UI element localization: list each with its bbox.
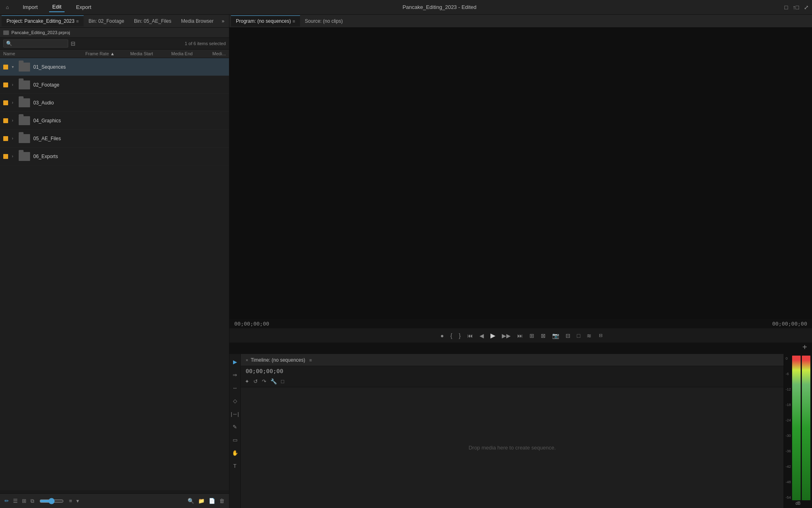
program-monitor: 00;00;00;00 00;00;00;00 ● { } ⏮ ◀ ▶ ▶▶ ⏭…	[229, 28, 812, 354]
play-btn[interactable]: ▶	[489, 331, 497, 340]
list-view-btn[interactable]: ☰	[12, 497, 19, 505]
program-monitor-menu-icon[interactable]: ≡	[292, 19, 295, 24]
top-right-icons: □ ↑□ ⤢	[784, 4, 809, 11]
new-item-btn[interactable]: 📄	[207, 497, 216, 505]
lift-btn[interactable]: ⊟	[564, 332, 572, 340]
timeline-menu-icon[interactable]: ≡	[309, 358, 312, 363]
tab-expand-icon[interactable]: »	[218, 18, 228, 24]
home-icon[interactable]: ⌂	[3, 3, 11, 11]
zoom-slider-wrap	[39, 498, 64, 504]
slip-tool-btn[interactable]: |↔|	[231, 409, 240, 418]
meter-bar-right	[802, 356, 810, 500]
drag-audio-btn[interactable]: ⊟	[599, 333, 603, 338]
meter-bar-left	[792, 356, 801, 500]
search-input[interactable]	[14, 41, 65, 46]
layers-btn[interactable]: ⧉	[29, 497, 35, 505]
timeline-tool-sidebar: ▶ ⇒ ↔ ◇ |↔| ✎ ▭ ✋ T	[229, 354, 241, 508]
tab-bin-footage[interactable]: Bin: 02_Footage	[84, 16, 129, 26]
timeline-settings-btn[interactable]: 🔧	[270, 378, 278, 385]
timeline-content[interactable]: Drop media here to create sequence.	[241, 387, 784, 508]
project-folder-icon	[3, 30, 9, 35]
col-header-name[interactable]: Name	[3, 51, 85, 56]
settings-btn[interactable]: ≋	[585, 332, 593, 340]
new-bin-btn[interactable]: 📁	[197, 497, 206, 505]
search-bar: 🔍 ⊟ 1 of 6 items selected	[0, 38, 229, 50]
pencil-tool-btn[interactable]: ✏	[3, 497, 10, 505]
audio-meter-display: 0 -6 -12 -18 -24 -30 -36 -42 -48 -54	[786, 356, 810, 500]
sort-btn[interactable]: ▾	[75, 497, 80, 505]
tab-program-monitor[interactable]: Program: (no sequences) ≡	[231, 15, 300, 26]
list-item[interactable]: › 03_Audio	[0, 94, 229, 112]
left-panel: Project: Pancake_Editing_2023 ≡ Bin: 02_…	[0, 15, 229, 508]
timeline-close-icon[interactable]: ×	[246, 358, 248, 363]
share-icon[interactable]: ↑□	[793, 4, 799, 11]
monitor-timecodes: 00;00;00;00 00;00;00;00	[229, 319, 812, 328]
folder-name: 02_Footage	[33, 82, 59, 88]
export-frame-btn[interactable]: 📷	[551, 332, 561, 340]
step-forward-btn[interactable]: ▶▶	[500, 332, 512, 340]
left-bottom-bar: ✏ ☰ ⊞ ⧉ ≡ ▾ 🔍 📁 📄 🗑	[0, 493, 229, 508]
add-icon[interactable]: +	[802, 343, 807, 352]
menu-export[interactable]: Export	[73, 2, 95, 12]
right-panel: Program: (no sequences) ≡ Source: (no cl…	[229, 15, 812, 508]
folder-icon	[19, 63, 30, 72]
chevron-right-icon: ›	[10, 100, 15, 106]
go-to-in-btn[interactable]: ⏮	[466, 332, 475, 340]
insert-btn[interactable]: ⊞	[528, 332, 536, 340]
col-header-media-end[interactable]: Media End	[171, 51, 212, 56]
panel-search-btn[interactable]: 🔍	[186, 497, 195, 505]
fullscreen-icon[interactable]: ⤢	[804, 4, 809, 11]
selection-tool-btn[interactable]: ▶	[231, 357, 240, 366]
list-options-btn[interactable]: ≡	[68, 497, 73, 505]
monitor-video-area	[229, 28, 812, 319]
tab-project[interactable]: Project: Pancake_Editing_2023 ≡	[2, 15, 84, 26]
delete-btn[interactable]: 🗑	[218, 497, 226, 505]
overwrite-btn[interactable]: ⊠	[539, 332, 547, 340]
col-header-media-start[interactable]: Media Start	[130, 51, 171, 56]
chevron-right-icon: ›	[10, 118, 15, 124]
project-filename: Pancake_Editing_2023.prproj	[11, 30, 70, 35]
ripple-edit-tool-btn[interactable]: ↔	[231, 383, 240, 392]
mark-out-btn[interactable]: }	[457, 332, 462, 340]
list-item[interactable]: › 04_Graphics	[0, 112, 229, 130]
zoom-slider[interactable]	[39, 498, 64, 504]
step-back-btn[interactable]: ◀	[478, 332, 486, 340]
linked-selection-btn[interactable]: ↺	[253, 378, 259, 385]
add-marker-btn[interactable]: ●	[439, 332, 445, 340]
captions-btn[interactable]: □	[280, 378, 285, 385]
maximize-icon[interactable]: □	[784, 4, 788, 11]
thumbnail-icon[interactable]: ⊟	[71, 40, 76, 47]
list-item[interactable]: › 06_Exports	[0, 148, 229, 165]
hand-tool-btn[interactable]: ✋	[231, 448, 240, 457]
snap-btn[interactable]: ✦	[244, 378, 250, 385]
tab-project-menu-icon[interactable]: ≡	[76, 19, 78, 24]
timecode-left: 00;00;00;00	[234, 321, 269, 327]
audio-meter-labels: 0 -6 -12 -18 -24 -30 -36 -42 -48 -54	[786, 356, 791, 500]
pen-tool-btn[interactable]: ✎	[231, 422, 240, 431]
folder-icon	[19, 134, 30, 143]
search-icon: 🔍	[6, 41, 12, 46]
tab-bin-ae-files[interactable]: Bin: 05_AE_Files	[129, 16, 176, 26]
list-item[interactable]: ▾ 01_Sequences	[0, 58, 229, 76]
tab-timeline[interactable]: × Timeline: (no sequences) ≡	[242, 356, 315, 365]
list-item[interactable]: › 05_AE_Files	[0, 130, 229, 148]
menu-import[interactable]: Import	[19, 2, 41, 12]
mark-in-btn[interactable]: {	[449, 332, 454, 340]
tab-source-monitor[interactable]: Source: (no clips)	[300, 16, 348, 26]
col-header-framerate[interactable]: Frame Rate ▲	[85, 51, 130, 56]
add-keyframe-btn[interactable]: ↷	[261, 378, 267, 385]
go-to-out-btn[interactable]: ⏭	[516, 332, 525, 340]
menu-edit[interactable]: Edit	[49, 2, 65, 12]
text-tool-btn[interactable]: T	[231, 461, 240, 470]
tab-media-browser[interactable]: Media Browser	[176, 16, 218, 26]
add-tracks-btn-wrap: +	[229, 343, 812, 354]
razor-tool-btn[interactable]: ◇	[231, 396, 240, 405]
safe-margins-btn[interactable]: □	[575, 332, 582, 340]
list-item[interactable]: › 02_Footage	[0, 76, 229, 94]
track-select-tool-btn[interactable]: ⇒	[231, 370, 240, 379]
grid-view-btn[interactable]: ⊞	[21, 497, 28, 505]
rectangle-tool-btn[interactable]: ▭	[231, 435, 240, 444]
timeline-panel: × Timeline: (no sequences) ≡ 00;00;00;00…	[241, 354, 784, 508]
left-tab-bar: Project: Pancake_Editing_2023 ≡ Bin: 02_…	[0, 15, 229, 28]
horizontal-scrollbar[interactable]	[0, 490, 229, 493]
